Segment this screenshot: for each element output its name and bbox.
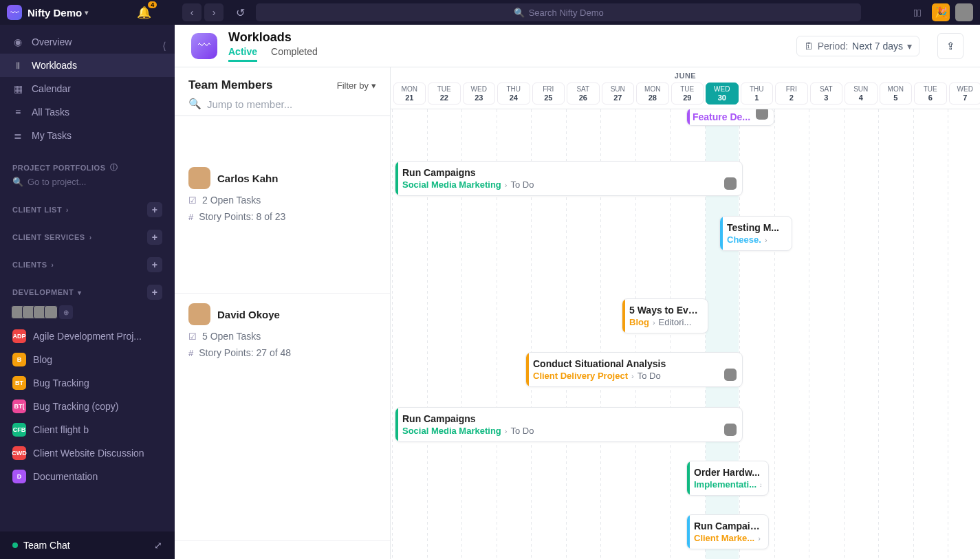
day-header[interactable]: THU1 xyxy=(741,83,774,105)
nav-back-button[interactable]: ‹ xyxy=(182,3,202,21)
assignee-avatar[interactable] xyxy=(756,108,768,120)
workspace-name[interactable]: Nifty Demo xyxy=(28,7,82,19)
add-button[interactable]: + xyxy=(147,285,162,300)
day-header[interactable]: MON21 xyxy=(393,83,426,105)
more-avatars-button[interactable]: ⊕ xyxy=(59,305,73,319)
project-item[interactable]: DDocumentation xyxy=(0,465,175,488)
history-icon[interactable]: ↺ xyxy=(236,6,245,19)
day-header[interactable]: SUN4 xyxy=(845,83,878,105)
input-placeholder: Go to project... xyxy=(28,177,86,187)
project-item[interactable]: BTBug Tracking xyxy=(0,371,175,395)
day-header[interactable]: FRI2 xyxy=(775,83,808,105)
calendar-icon: ▦ xyxy=(12,83,23,94)
day-name: MON xyxy=(637,85,668,93)
day-header[interactable]: MON5 xyxy=(880,83,913,105)
assignee-avatar[interactable] xyxy=(724,177,737,190)
sidebar-section[interactable]: CLIENT LIST›+ xyxy=(0,193,175,220)
section-label: CLIENT SERVICES xyxy=(12,233,85,241)
add-button[interactable]: + xyxy=(147,202,162,217)
info-icon[interactable]: ⓘ xyxy=(110,162,118,173)
day-number: 23 xyxy=(464,94,495,102)
day-header[interactable]: MON28 xyxy=(636,83,669,105)
add-button[interactable]: + xyxy=(147,230,162,245)
search-icon: 🔍 xyxy=(514,8,525,18)
search-icon: 🔍 xyxy=(188,98,202,110)
workloads-icon: 〰 xyxy=(191,33,217,59)
tab-completed[interactable]: Completed xyxy=(271,46,318,62)
dev-avatars: ⊕ xyxy=(0,303,175,325)
task-card[interactable]: Run CampaignClient Marke...› xyxy=(686,514,769,549)
sidebar-item-my-tasks[interactable]: ≣My Tasks xyxy=(0,124,175,147)
bars-icon: ⫴ xyxy=(12,60,23,72)
day-header[interactable]: SAT3 xyxy=(810,83,843,105)
nav-forward-button[interactable]: › xyxy=(204,3,224,21)
task-card[interactable]: Conduct Situational AnalysisClient Deliv… xyxy=(525,352,743,387)
add-button[interactable]: + xyxy=(147,257,162,272)
task-title: Run Campaigns xyxy=(402,167,735,178)
project-item[interactable]: BT(Bug Tracking (copy) xyxy=(0,395,175,418)
section-label: PROJECT PORTFOLIOS xyxy=(12,164,106,172)
task-card[interactable]: Run CampaignsSocial Media Marketing›To D… xyxy=(395,407,743,442)
timeline-pane[interactable]: JUNE MON21TUE22WED23THU24FRI25SAT26SUN27… xyxy=(391,67,980,559)
task-project: Client Marke... xyxy=(694,533,754,543)
user-avatar[interactable] xyxy=(955,3,973,21)
member-avatar xyxy=(188,167,210,189)
task-project: Blog xyxy=(629,317,649,327)
day-header[interactable]: TUE29 xyxy=(671,83,704,105)
task-status: To Do xyxy=(510,179,534,190)
project-label: Bug Tracking xyxy=(33,377,89,388)
hash-icon: # xyxy=(188,212,193,222)
day-name: SUN xyxy=(845,85,877,93)
task-card[interactable]: Order Hardw...Implementati...› xyxy=(686,461,769,496)
sidebar-section[interactable]: CLIENT SERVICES›+ xyxy=(0,220,175,248)
member-avatar[interactable] xyxy=(44,305,58,319)
day-header[interactable]: FRI25 xyxy=(532,83,565,105)
member-avatar xyxy=(188,303,210,325)
day-header[interactable]: THU24 xyxy=(497,83,530,105)
day-header[interactable]: WED7 xyxy=(949,83,981,105)
day-header[interactable]: SAT26 xyxy=(567,83,600,105)
day-header[interactable]: WED30 xyxy=(706,83,739,105)
collapse-sidebar-button[interactable]: ⟨ xyxy=(162,40,166,52)
day-header[interactable]: SUN27 xyxy=(602,83,635,105)
project-item[interactable]: ADPAgile Development Proj... xyxy=(0,325,175,348)
project-item[interactable]: BBlog xyxy=(0,348,175,371)
party-icon[interactable]: 🎉 xyxy=(932,3,950,21)
sidebar-item-calendar[interactable]: ▦Calendar xyxy=(0,77,175,100)
assignee-avatar[interactable] xyxy=(724,369,737,381)
day-header[interactable]: TUE6 xyxy=(914,83,947,105)
project-item[interactable]: CWDClient Website Discussion xyxy=(0,441,175,465)
member-row[interactable]: David Okoye☑5 Open Tasks#Story Points: 2… xyxy=(175,294,390,541)
sidebar-item-all-tasks[interactable]: ≡All Tasks xyxy=(0,100,175,124)
share-button[interactable]: ⇪ xyxy=(937,33,963,59)
team-chat-button[interactable]: Team Chat ⤢ xyxy=(0,531,175,559)
chevron-right-icon: › xyxy=(505,427,508,435)
chevron-down-icon[interactable]: ▾ xyxy=(85,8,89,17)
sidebar-section[interactable]: CLIENTS›+ xyxy=(0,248,175,275)
help-icon[interactable]: ？⃝ xyxy=(908,3,926,21)
member-row[interactable]: Carlos Kahn☑2 Open Tasks#Story Points: 8… xyxy=(175,157,390,294)
task-card[interactable]: Run CampaignsSocial Media Marketing›To D… xyxy=(395,161,743,196)
jump-to-member-input[interactable]: 🔍Jump to member... xyxy=(188,98,376,110)
sidebar-item-overview[interactable]: ◉Overview xyxy=(0,30,175,54)
filter-button[interactable]: Filter by▾ xyxy=(337,80,376,91)
goto-project-input[interactable]: 🔍Go to project... xyxy=(0,175,175,193)
task-card[interactable]: Testing M...Cheese.› xyxy=(719,216,792,251)
day-header[interactable]: TUE22 xyxy=(428,83,461,105)
task-status: Editori... xyxy=(659,317,692,327)
task-color-bar xyxy=(687,461,690,495)
search-input[interactable]: 🔍Search Nifty Demo xyxy=(256,3,861,21)
expand-icon[interactable]: ⤢ xyxy=(154,540,162,551)
notifications-button[interactable]: 🔔4 xyxy=(137,6,151,20)
sidebar-item-workloads[interactable]: ⫴Workloads xyxy=(0,54,175,77)
day-number: 5 xyxy=(880,94,912,102)
sidebar-section[interactable]: DEVELOPMENT▾+ xyxy=(0,275,175,303)
task-card[interactable]: Feature De... xyxy=(686,108,774,126)
day-header[interactable]: WED23 xyxy=(463,83,496,105)
task-card[interactable]: 5 Ways to Eva...Blog›Editori... xyxy=(622,298,708,333)
tab-active[interactable]: Active xyxy=(228,46,257,62)
day-number: 26 xyxy=(567,94,599,102)
project-item[interactable]: CFBClient flight b xyxy=(0,418,175,441)
period-selector[interactable]: 🗓 Period: Next 7 days ▾ xyxy=(796,36,919,56)
assignee-avatar[interactable] xyxy=(724,424,737,436)
